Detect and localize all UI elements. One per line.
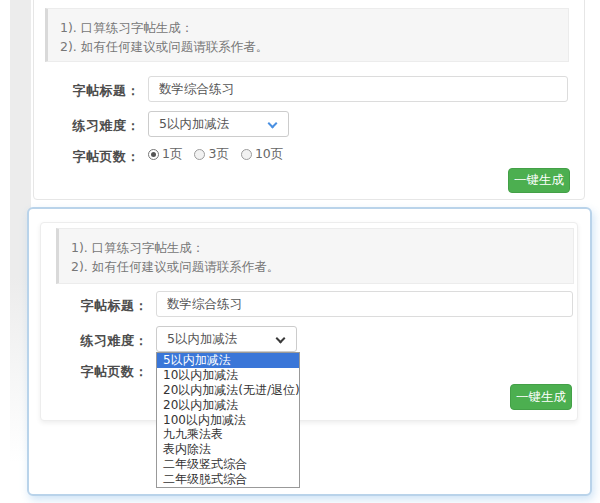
- instruction-line-2: 2). 如有任何建议或问题请联系作者。: [71, 257, 561, 276]
- radio-unchecked-icon[interactable]: [241, 149, 252, 160]
- pages-label-bottom: 字帖页数：: [64, 363, 148, 381]
- difficulty-select-top[interactable]: 5以内加减法: [148, 111, 289, 137]
- radio-option-3pages[interactable]: 3页: [194, 146, 228, 163]
- dropdown-option[interactable]: 100以内加减法: [157, 413, 299, 428]
- generate-button-top[interactable]: 一键生成: [508, 168, 570, 193]
- radio-label: 1页: [162, 146, 182, 163]
- difficulty-select-bottom-open[interactable]: 5以内加减法: [156, 326, 297, 352]
- page: 1). 口算练习字帖生成： 2). 如有任何建议或问题请联系作者。 字帖标题： …: [0, 0, 600, 503]
- difficulty-select-value-top: 5以内加减法: [159, 116, 229, 133]
- dropdown-option[interactable]: 20以内加减法: [157, 398, 299, 413]
- dropdown-option[interactable]: 二年级脱式综合: [157, 472, 299, 487]
- dropdown-option[interactable]: 九九乘法表: [157, 427, 299, 442]
- difficulty-select-value-bottom: 5以内加减法: [167, 331, 237, 348]
- radio-label: 3页: [208, 146, 228, 163]
- chevron-down-icon: [268, 119, 278, 129]
- dropdown-option[interactable]: 表内除法: [157, 442, 299, 457]
- instruction-line-1: 1). 口算练习字帖生成：: [60, 18, 556, 37]
- pages-radio-group-top: 1页 3页 10页: [148, 146, 283, 163]
- radio-unchecked-icon[interactable]: [194, 149, 205, 160]
- instructions-box-bottom: 1). 口算练习字帖生成： 2). 如有任何建议或问题请联系作者。: [56, 228, 574, 284]
- dropdown-option[interactable]: 10以内加减法: [157, 368, 299, 383]
- title-input-bottom[interactable]: [156, 291, 573, 317]
- generate-button-bottom[interactable]: 一键生成: [510, 384, 572, 410]
- radio-option-10pages[interactable]: 10页: [241, 146, 283, 163]
- title-label-top: 字帖标题：: [56, 82, 140, 100]
- title-label-bottom: 字帖标题：: [64, 297, 148, 315]
- instruction-line-2: 2). 如有任何建议或问题请联系作者。: [60, 37, 556, 56]
- difficulty-label-top: 练习难度：: [56, 117, 140, 135]
- radio-checked-icon[interactable]: [148, 149, 159, 160]
- dropdown-option[interactable]: 5以内加减法: [157, 353, 299, 368]
- instruction-line-1: 1). 口算练习字帖生成：: [71, 238, 561, 257]
- title-input-top[interactable]: [148, 76, 568, 102]
- radio-option-1page[interactable]: 1页: [148, 146, 182, 163]
- pages-label-top: 字帖页数：: [56, 148, 140, 166]
- chevron-down-icon: [276, 334, 286, 344]
- instructions-box-top: 1). 口算练习字帖生成： 2). 如有任何建议或问题请联系作者。: [45, 8, 569, 62]
- dropdown-option[interactable]: 20以内加减法(无进/退位): [157, 383, 299, 398]
- difficulty-label-bottom: 练习难度：: [64, 332, 148, 350]
- difficulty-dropdown-list: 5以内加减法 10以内加减法 20以内加减法(无进/退位) 20以内加减法 10…: [156, 352, 300, 488]
- radio-label: 10页: [255, 146, 283, 163]
- dropdown-option[interactable]: 二年级竖式综合: [157, 457, 299, 472]
